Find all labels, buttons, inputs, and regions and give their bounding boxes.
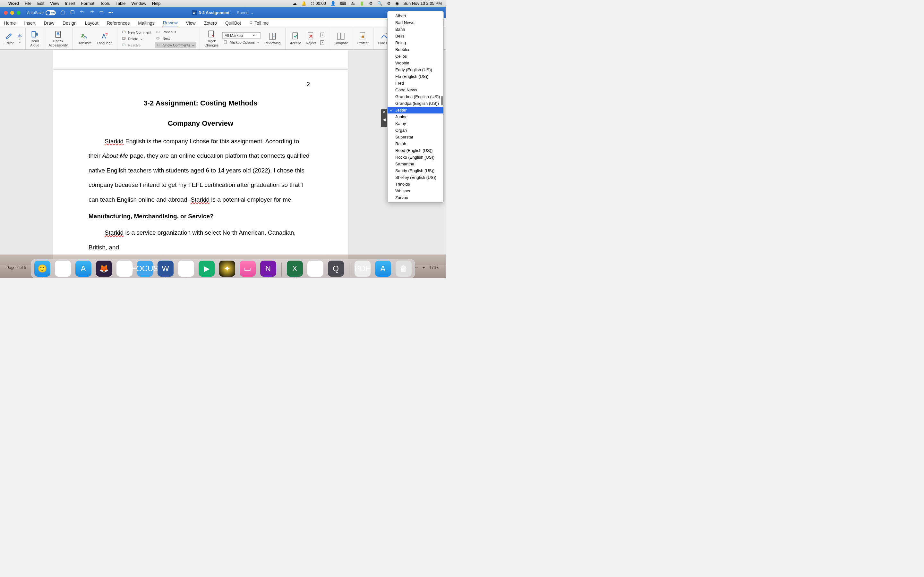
reviewing-pane-button[interactable]: Reviewing (263, 31, 282, 45)
menu-format[interactable]: Format (81, 1, 94, 6)
dock-appstore[interactable]: A (75, 261, 91, 277)
keyboard-icon[interactable]: ⌨ (340, 1, 346, 6)
user-icon[interactable]: 👤 (330, 1, 336, 6)
dock-firefox[interactable]: 🦊 (96, 261, 112, 277)
new-comment-button[interactable]: New Comment (121, 29, 153, 35)
close-icon[interactable]: ✕ (383, 110, 386, 114)
voice-option-bells[interactable]: Bells (388, 33, 443, 39)
menu-window[interactable]: Window (131, 1, 146, 6)
voice-option-grandma-english-us-[interactable]: Grandma (English (US)) (388, 93, 443, 100)
voice-option-wobble[interactable]: Wobble (388, 60, 443, 66)
protect-button[interactable]: Protect (356, 31, 370, 45)
voice-option-sandy-english-us-[interactable]: Sandy (English (US)) (388, 167, 443, 174)
title-caret-icon[interactable]: ⌄ (250, 10, 254, 15)
language-button[interactable]: A字 Language (95, 31, 114, 45)
delete-comment-button[interactable]: Delete ⌄ (121, 36, 153, 42)
voice-option-flo-english-us-[interactable]: Flo (English (US)) (388, 73, 443, 80)
voice-option-boing[interactable]: Boing (388, 39, 443, 46)
print-icon[interactable] (99, 10, 104, 16)
close-button[interactable] (4, 11, 8, 15)
dock-finder[interactable]: 🙂 (34, 261, 50, 277)
markup-options-button[interactable]: Markup Options ⌄ (222, 39, 260, 45)
document-page[interactable]: 2 3-2 Assignment: Costing Methods Compan… (53, 69, 348, 271)
tab-references[interactable]: References (106, 19, 131, 27)
tab-insert[interactable]: Insert (23, 19, 36, 27)
tab-quillbot[interactable]: QuillBot (225, 19, 242, 27)
voice-option-bubbles[interactable]: Bubbles (388, 46, 443, 53)
document-title[interactable]: W 3-2 Assignment — Saved ⌄ (192, 10, 254, 15)
redo-icon[interactable] (89, 10, 94, 16)
voice-option-fred[interactable]: Fred (388, 80, 443, 87)
dock-zotero[interactable]: Z (116, 261, 132, 277)
control-center-icon[interactable]: ⚙ (387, 1, 391, 6)
voice-option-shelley-english-us-[interactable]: Shelley (English (US)) (388, 174, 443, 181)
dock-quicktime[interactable]: Q (328, 261, 344, 277)
dock-pdf-printer[interactable]: PDF (355, 261, 371, 277)
voice-option-rocko-english-us-[interactable]: Rocko (English (US)) (388, 154, 443, 161)
undo-icon[interactable] (79, 10, 85, 16)
menu-help[interactable]: Help (152, 1, 161, 6)
dock-trash[interactable]: 🗑 (396, 261, 412, 277)
dock-onenote[interactable]: N (260, 261, 276, 277)
markup-display-select[interactable]: All Markup (222, 32, 260, 39)
editor-button[interactable]: Editor (3, 31, 15, 45)
read-aloud-button[interactable]: Read Aloud (29, 29, 40, 47)
home-icon[interactable] (60, 10, 65, 16)
cloud-icon[interactable]: ☁ (292, 1, 297, 6)
voice-option-whisper[interactable]: Whisper (388, 187, 443, 194)
previous-comment-button[interactable]: Previous (155, 29, 196, 35)
fullscreen-button[interactable] (17, 11, 21, 15)
voice-option-bad-news[interactable]: Bad News (388, 19, 443, 26)
dock-photos[interactable]: ✿ (55, 261, 71, 277)
menu-view[interactable]: View (50, 1, 59, 6)
expand-arrow-icon[interactable]: ◀ (383, 117, 386, 122)
dock-appstore-2[interactable]: A (375, 261, 391, 277)
tab-design[interactable]: Design (62, 19, 78, 27)
next-change-icon[interactable] (320, 40, 326, 45)
more-icon[interactable]: ••• (108, 10, 113, 15)
voice-option-samantha[interactable]: Samantha (388, 161, 443, 167)
voice-option-trinoids[interactable]: Trinoids (388, 181, 443, 187)
voice-option-ralph[interactable]: Ralph (388, 140, 443, 147)
next-comment-button[interactable]: Next (155, 35, 196, 41)
voice-option-good-news[interactable]: Good News (388, 87, 443, 93)
track-changes-button[interactable]: Track Changes (203, 29, 220, 47)
battery-icon[interactable]: 🔋 (359, 1, 365, 6)
save-icon[interactable] (70, 10, 75, 16)
tab-layout[interactable]: Layout (84, 19, 99, 27)
dropdown-scrollbar[interactable] (441, 13, 443, 201)
dock-chrome[interactable]: ◉ (178, 261, 194, 277)
minimize-button[interactable] (10, 11, 14, 15)
voice-option-zarvox[interactable]: Zarvox (388, 194, 443, 201)
resolve-button[interactable]: Resolve (121, 42, 153, 48)
menubar-clock[interactable]: Sun Nov 13 2:05 PM (403, 1, 442, 6)
bluetooth-icon[interactable]: ⁂ (351, 1, 355, 6)
tell-me-search[interactable]: Tell me (249, 21, 268, 26)
tab-mailings[interactable]: Mailings (137, 19, 155, 27)
show-comments-button[interactable]: Show Comments ⌄ (155, 42, 196, 48)
dock-word[interactable]: W (158, 261, 174, 277)
menu-table[interactable]: Table (115, 1, 126, 6)
siri-icon[interactable]: ◉ (395, 1, 399, 6)
voice-option-eddy-english-us-[interactable]: Eddy (English (US)) (388, 66, 443, 73)
voice-option-reed-english-us-[interactable]: Reed (English (US)) (388, 147, 443, 154)
voice-option-albert[interactable]: Albert (388, 13, 443, 19)
dock-onedrive[interactable]: ☁ (307, 261, 323, 277)
voice-option-superstar[interactable]: Superstar (388, 134, 443, 140)
screen-record-indicator[interactable]: 00:00 (311, 1, 326, 6)
compare-button[interactable]: Compare (333, 31, 349, 45)
translate-button[interactable]: あA Translate (76, 31, 93, 45)
check-accessibility-button[interactable]: Check Accessibility (47, 29, 69, 47)
reject-button[interactable]: Reject (304, 31, 317, 45)
dock-app-yellow[interactable]: ✦ (219, 261, 235, 277)
accept-button[interactable]: Accept (289, 31, 302, 45)
tab-zotero[interactable]: Zotero (204, 19, 218, 27)
search-icon[interactable]: 🔍 (377, 1, 383, 6)
autosave-control[interactable]: AutoSave ON (27, 10, 56, 15)
tab-review[interactable]: Review (162, 19, 178, 27)
comments-collapsed-tab[interactable]: ✕ ◀ (381, 109, 387, 127)
prev-change-icon[interactable] (320, 32, 326, 38)
menu-edit[interactable]: Edit (37, 1, 44, 6)
menu-tools[interactable]: Tools (100, 1, 110, 6)
tab-home[interactable]: Home (3, 19, 16, 27)
